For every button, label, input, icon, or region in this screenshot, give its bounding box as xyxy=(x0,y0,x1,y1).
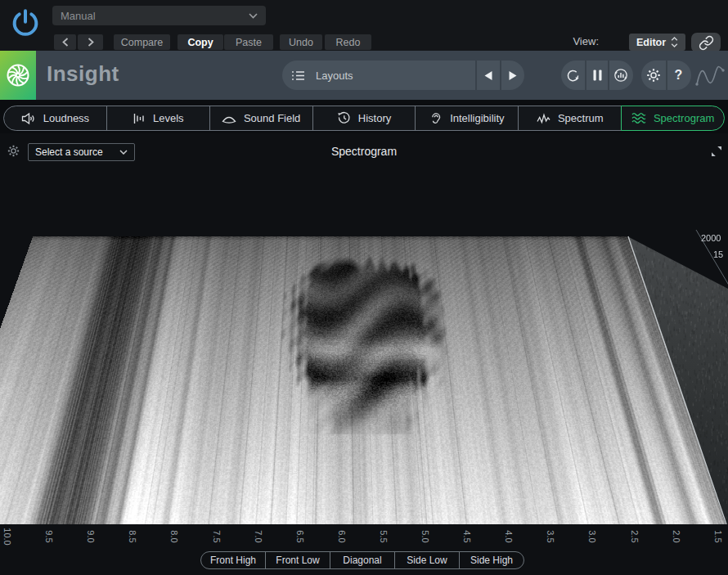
expand-icon xyxy=(710,145,723,158)
izotope-logo xyxy=(0,51,36,100)
time-tick-8.5: 8.5 xyxy=(122,525,143,548)
gear-icon xyxy=(645,67,662,83)
swirl-logo-icon xyxy=(4,61,32,89)
settings-help-control: ? xyxy=(641,61,691,90)
scribble-curve-icon xyxy=(694,62,726,90)
view-preset-button-diagonal[interactable]: Diagonal xyxy=(330,551,395,569)
spectrum-wave-icon xyxy=(537,112,550,125)
layouts-control: Layouts xyxy=(282,61,524,90)
time-tick-7.0: 7.0 xyxy=(248,525,269,548)
question-icon: ? xyxy=(675,68,683,83)
time-tick-7.5: 7.5 xyxy=(206,525,227,548)
tab-spectrum[interactable]: Spectrum xyxy=(518,106,622,131)
preset-dropdown[interactable]: Manual xyxy=(52,6,266,25)
time-tick-8.0: 8.0 xyxy=(164,525,185,548)
paste-button[interactable]: Paste xyxy=(224,34,273,50)
view-value: Editor xyxy=(636,37,666,48)
copy-button[interactable]: Copy xyxy=(178,34,223,50)
view-label: View: xyxy=(573,35,599,47)
redo-button[interactable]: Redo xyxy=(325,34,371,50)
layout-prev-button[interactable] xyxy=(475,61,500,90)
layouts-button[interactable]: Layouts xyxy=(282,61,475,90)
meter-tabs: LoudnessLevelsSound FieldHistoryIntellig… xyxy=(3,106,725,131)
source-settings-button[interactable] xyxy=(7,144,20,161)
tab-intelligibility[interactable]: Intelligibility xyxy=(415,106,519,131)
insight-app-window: Manual Compare Copy Paste Undo Redo View… xyxy=(0,0,728,575)
preset-value: Manual xyxy=(61,10,96,22)
chevron-left-icon xyxy=(62,38,69,47)
continuous-playback-button[interactable] xyxy=(561,61,585,90)
tab-history[interactable]: History xyxy=(312,106,416,131)
power-icon xyxy=(9,7,42,39)
tab-label: Spectrum xyxy=(558,112,604,124)
source-select-value: Select a source xyxy=(35,146,103,158)
ear-icon xyxy=(429,111,443,125)
view-preset-button-side-low[interactable]: Side Low xyxy=(394,551,460,569)
time-tick-3.0: 3.0 xyxy=(582,525,603,548)
time-tick-2.5: 2.5 xyxy=(624,525,645,548)
triangle-left-icon xyxy=(483,70,493,81)
chevron-right-icon xyxy=(88,38,94,47)
view-preset-button-side-high[interactable]: Side High xyxy=(459,551,524,569)
spectrogram-panel: Select a source Spectrogram 2000 15 10.0… xyxy=(0,133,728,575)
undo-button[interactable]: Undo xyxy=(280,34,322,50)
pause-button[interactable] xyxy=(585,61,608,90)
prev-preset-button[interactable] xyxy=(54,34,76,50)
time-axis: 10.09.59.08.58.07.57.06.56.05.55.04.54.0… xyxy=(0,524,728,550)
time-tick-9.0: 9.0 xyxy=(80,525,101,548)
loop-icon xyxy=(565,68,581,83)
time-tick-1.5: 1.5 xyxy=(708,525,728,548)
gear-icon xyxy=(7,144,20,158)
view-preset-button-front-high[interactable]: Front High xyxy=(200,551,266,569)
tab-sound-field[interactable]: Sound Field xyxy=(209,106,313,131)
link-button[interactable] xyxy=(691,33,721,52)
view-selector[interactable]: Editor xyxy=(629,34,685,51)
source-select[interactable]: Select a source xyxy=(28,143,135,161)
time-tick-5.0: 5.0 xyxy=(415,525,436,548)
bypass-scribble-button[interactable] xyxy=(694,62,726,93)
time-tick-4.5: 4.5 xyxy=(456,525,478,548)
tab-label: Loudness xyxy=(43,112,89,124)
expand-button[interactable] xyxy=(710,145,723,161)
tab-label: History xyxy=(358,112,391,124)
layout-next-button[interactable] xyxy=(500,61,524,90)
chevron-down-icon xyxy=(249,13,258,19)
transport-control xyxy=(561,61,633,90)
list-icon xyxy=(291,70,305,82)
time-tick-10.0: 10.0 xyxy=(0,525,18,548)
tab-label: Levels xyxy=(153,112,184,124)
chevron-down-icon xyxy=(119,150,128,155)
level-bars-icon xyxy=(133,112,146,125)
tab-levels[interactable]: Levels xyxy=(106,106,210,131)
reset-meters-button[interactable] xyxy=(608,61,631,90)
next-preset-button[interactable] xyxy=(78,34,103,50)
speaker-icon xyxy=(21,112,36,125)
time-tick-6.0: 6.0 xyxy=(331,525,353,548)
time-tick-2.0: 2.0 xyxy=(666,525,687,548)
tab-label: Spectrogram xyxy=(654,112,714,124)
compare-button[interactable]: Compare xyxy=(114,34,170,50)
insight-header: Insight Layouts xyxy=(0,51,728,100)
spectrogram-waves-icon xyxy=(631,111,646,125)
plugin-host-topbar: Manual Compare Copy Paste Undo Redo View… xyxy=(0,0,728,51)
tab-label: Intelligibility xyxy=(450,112,504,124)
view-preset-button-front-low[interactable]: Front Low xyxy=(265,551,330,569)
time-tick-9.5: 9.5 xyxy=(38,525,60,548)
time-tick-4.0: 4.0 xyxy=(498,525,519,548)
pause-icon xyxy=(593,70,602,81)
link-icon xyxy=(699,35,714,51)
settings-button[interactable] xyxy=(641,61,666,90)
tab-label: Sound Field xyxy=(244,112,300,124)
time-tick-6.5: 6.5 xyxy=(290,525,311,548)
power-button[interactable] xyxy=(7,4,43,42)
time-tick-3.5: 3.5 xyxy=(540,525,561,548)
app-title: Insight xyxy=(47,61,119,87)
view-preset-buttons: Front HighFront LowDiagonalSide LowSide … xyxy=(200,551,524,569)
stepper-chevrons-icon xyxy=(671,37,678,47)
meter-reset-icon xyxy=(613,67,629,83)
help-button[interactable]: ? xyxy=(666,61,690,90)
meter-tabbar: LoudnessLevelsSound FieldHistoryIntellig… xyxy=(0,100,728,133)
spectrogram-canvas[interactable] xyxy=(0,172,728,524)
tab-loudness[interactable]: Loudness xyxy=(3,106,107,131)
tab-spectrogram[interactable]: Spectrogram xyxy=(621,106,725,131)
